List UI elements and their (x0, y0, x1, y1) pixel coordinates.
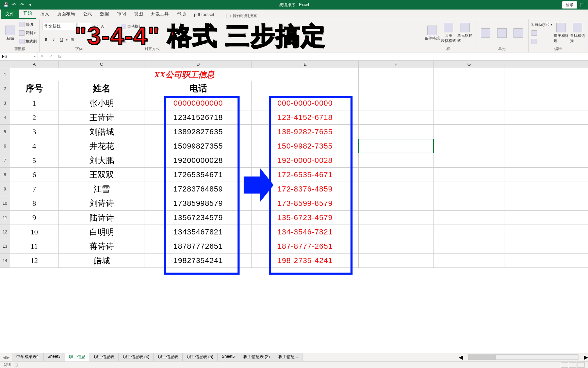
row-header[interactable]: 7 (0, 153, 10, 167)
col-header-F[interactable]: F (359, 61, 434, 68)
insert-cells-button[interactable] (478, 20, 493, 46)
format-painter-button[interactable]: 格式刷 (19, 38, 37, 45)
italic-button[interactable]: I (50, 36, 57, 43)
cell[interactable]: 6 (10, 168, 59, 182)
cell[interactable] (359, 225, 434, 239)
cell[interactable]: 陆诗诗 (59, 211, 145, 225)
col-header-E[interactable]: E (252, 61, 359, 68)
cell[interactable]: 10 (10, 225, 59, 239)
row-header[interactable]: 4 (0, 110, 10, 124)
save-icon[interactable]: 💾 (2, 1, 10, 9)
cell[interactable]: 123-4152-6718 (252, 110, 359, 124)
cell[interactable]: 井花花 (59, 139, 145, 153)
row-header[interactable]: 6 (0, 139, 10, 153)
cell[interactable] (434, 125, 505, 139)
cell[interactable] (434, 96, 505, 110)
tab-developer[interactable]: 开发工具 (147, 9, 173, 19)
tab-page-layout[interactable]: 页面布局 (53, 9, 79, 19)
sheet-nav-next-icon[interactable]: ▶ (6, 355, 10, 360)
cell[interactable]: 江雪 (59, 182, 145, 196)
record-macro-icon[interactable]: ⬚ (14, 363, 18, 367)
row-header[interactable]: 11 (0, 211, 10, 225)
tab-home[interactable]: 开始 (19, 9, 36, 19)
cell[interactable]: 134-3546-7821 (252, 225, 359, 239)
cell[interactable]: 张小明 (59, 96, 145, 110)
cell[interactable]: 9 (10, 211, 59, 225)
cell[interactable]: 135-6723-4579 (252, 211, 359, 225)
name-box[interactable]: F6 (0, 52, 37, 60)
cell[interactable]: 序号 (10, 81, 59, 96)
cell[interactable]: 172-6535-4671 (252, 168, 359, 182)
cell[interactable]: 11 (10, 239, 59, 253)
cell[interactable]: 白明明 (59, 225, 145, 239)
cell[interactable]: 187-8777-2651 (252, 239, 359, 253)
row-header[interactable]: 10 (0, 196, 10, 210)
undo-icon[interactable]: ↶ (10, 1, 18, 9)
cell[interactable] (359, 196, 434, 210)
login-button[interactable]: 登录 (562, 1, 577, 9)
format-as-table-button[interactable]: 套用 表格格式 (441, 20, 456, 46)
row-header[interactable]: 1 (0, 68, 10, 81)
scroll-left-icon[interactable]: ◀ (459, 354, 463, 361)
cell[interactable]: 姓名 (59, 81, 145, 96)
cell[interactable]: 12 (10, 254, 59, 267)
cell[interactable] (359, 68, 434, 81)
file-tab[interactable]: 文件 (1, 9, 19, 19)
cell[interactable] (359, 110, 434, 124)
cell[interactable]: 13435467821 (145, 225, 252, 239)
cell[interactable] (434, 168, 505, 182)
row-header[interactable]: 3 (0, 96, 10, 110)
paste-button[interactable]: 粘贴 (3, 20, 18, 46)
col-header-A[interactable]: A (10, 61, 59, 68)
conditional-format-button[interactable]: 条件格式 (425, 20, 440, 46)
tab-insert[interactable]: 插入 (36, 9, 53, 19)
cell[interactable] (359, 168, 434, 182)
sheet-tab[interactable]: Sheet5 (218, 353, 239, 362)
cell[interactable] (359, 254, 434, 267)
cell[interactable]: 19200000028 (145, 153, 252, 167)
format-cells-button[interactable] (511, 20, 526, 46)
fill-button[interactable] (532, 29, 552, 37)
fx-icon[interactable]: fx (55, 54, 64, 59)
cell[interactable]: 18787772651 (145, 239, 252, 253)
cell[interactable]: 电话 (145, 81, 252, 96)
cell[interactable] (434, 110, 505, 124)
cell[interactable]: 13567234579 (145, 211, 252, 225)
tab-help[interactable]: 帮助 (173, 9, 190, 19)
sort-filter-button[interactable]: 排序和筛选 (554, 20, 569, 46)
cell[interactable] (359, 96, 434, 110)
enter-formula-icon[interactable]: ✓ (46, 54, 55, 59)
cell[interactable]: 19827354241 (145, 254, 252, 267)
cell[interactable] (434, 68, 505, 81)
cell[interactable]: 刘大鹏 (59, 153, 145, 167)
cell[interactable]: 17283764859 (145, 182, 252, 196)
cell[interactable] (434, 254, 505, 267)
cell[interactable] (359, 239, 434, 253)
cell[interactable]: 17265354671 (145, 168, 252, 182)
title-cell[interactable]: XX公司职工信息 (10, 68, 359, 81)
normal-view-icon[interactable] (561, 362, 568, 368)
cell[interactable] (359, 182, 434, 196)
sheet-tab[interactable]: Sheet3 (44, 353, 65, 362)
cell[interactable]: 150-9982-7355 (252, 139, 359, 153)
cell[interactable]: 5 (10, 153, 59, 167)
underline-button[interactable]: U (58, 36, 65, 43)
cell[interactable] (359, 81, 434, 96)
cell[interactable] (434, 182, 505, 196)
cell[interactable] (434, 239, 505, 253)
copy-button[interactable]: 复制▾ (19, 29, 37, 37)
cell[interactable] (434, 153, 505, 167)
cell[interactable]: 王诗诗 (59, 110, 145, 124)
worksheet-grid[interactable]: A C D E F G 1XX公司职工信息2序号姓名电话31张小明0000000… (0, 61, 588, 268)
tab-view[interactable]: 视图 (130, 9, 147, 19)
bold-button[interactable]: B (43, 36, 49, 43)
cell[interactable]: 皓城 (59, 254, 145, 267)
sheet-tab[interactable]: 职工信息表 (4) (119, 353, 154, 362)
cell[interactable] (434, 139, 505, 153)
ribbon-options-icon[interactable]: ⬚ (578, 1, 586, 9)
row-header[interactable]: 9 (0, 182, 10, 196)
col-header-G[interactable]: G (434, 61, 505, 68)
row-header[interactable]: 8 (0, 168, 10, 182)
cell[interactable]: 蒋诗诗 (59, 239, 145, 253)
page-break-view-icon[interactable] (577, 362, 585, 368)
